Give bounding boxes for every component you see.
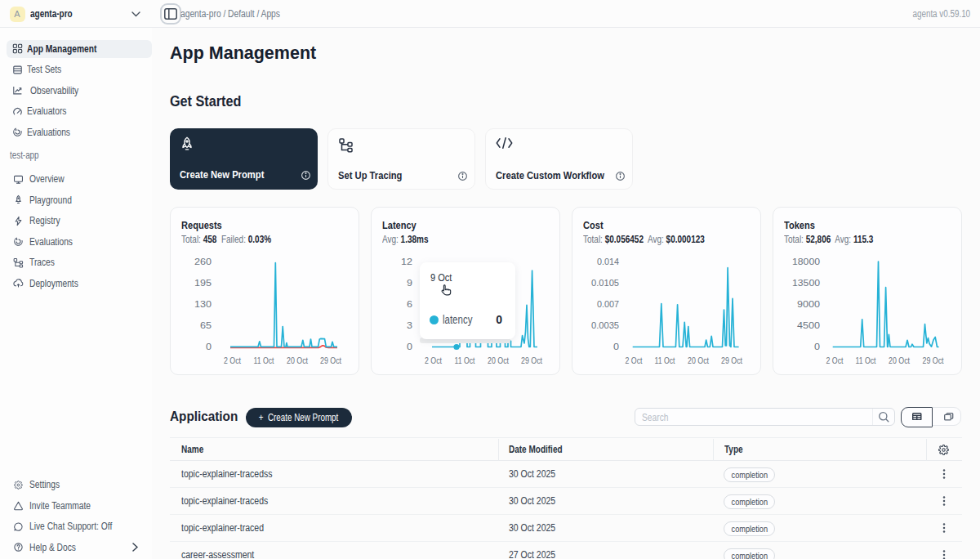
svg-text:2 Oct: 2 Oct [425, 356, 442, 365]
svg-text:2 Oct: 2 Oct [826, 356, 844, 365]
svg-text:3: 3 [407, 320, 412, 330]
svg-text:0: 0 [814, 342, 820, 351]
svg-text:29 Oct: 29 Oct [521, 356, 542, 365]
svg-text:0.014: 0.014 [597, 257, 619, 266]
svg-text:0.0035: 0.0035 [591, 320, 619, 330]
svg-text:2 Oct: 2 Oct [626, 356, 643, 365]
svg-text:20 Oct: 20 Oct [488, 356, 509, 365]
svg-text:4500: 4500 [797, 320, 820, 330]
svg-text:11 Oct: 11 Oct [856, 356, 876, 365]
svg-text:260: 260 [194, 257, 212, 266]
svg-text:20 Oct: 20 Oct [287, 356, 308, 365]
svg-text:18000: 18000 [792, 257, 820, 266]
svg-text:29 Oct: 29 Oct [320, 356, 341, 365]
svg-text:0: 0 [613, 342, 619, 351]
svg-text:2 Oct: 2 Oct [224, 356, 241, 365]
svg-text:11 Oct: 11 Oct [254, 356, 274, 365]
svg-text:0: 0 [407, 342, 412, 351]
svg-text:0.007: 0.007 [597, 299, 619, 309]
svg-text:0.0105: 0.0105 [591, 278, 619, 288]
svg-text:6: 6 [407, 299, 412, 309]
svg-text:130: 130 [194, 299, 212, 309]
svg-text:20 Oct: 20 Oct [889, 356, 910, 365]
svg-text:9000: 9000 [797, 299, 820, 309]
svg-text:20 Oct: 20 Oct [688, 356, 709, 365]
svg-text:12: 12 [401, 257, 412, 266]
svg-text:29 Oct: 29 Oct [923, 356, 944, 365]
svg-text:9: 9 [407, 278, 412, 288]
svg-text:195: 195 [194, 278, 212, 288]
svg-text:13500: 13500 [792, 278, 820, 288]
svg-text:29 Oct: 29 Oct [721, 356, 742, 365]
svg-text:11 Oct: 11 Oct [655, 356, 675, 365]
svg-text:11 Oct: 11 Oct [455, 356, 475, 365]
svg-text:0: 0 [206, 342, 212, 351]
svg-text:65: 65 [200, 320, 212, 330]
